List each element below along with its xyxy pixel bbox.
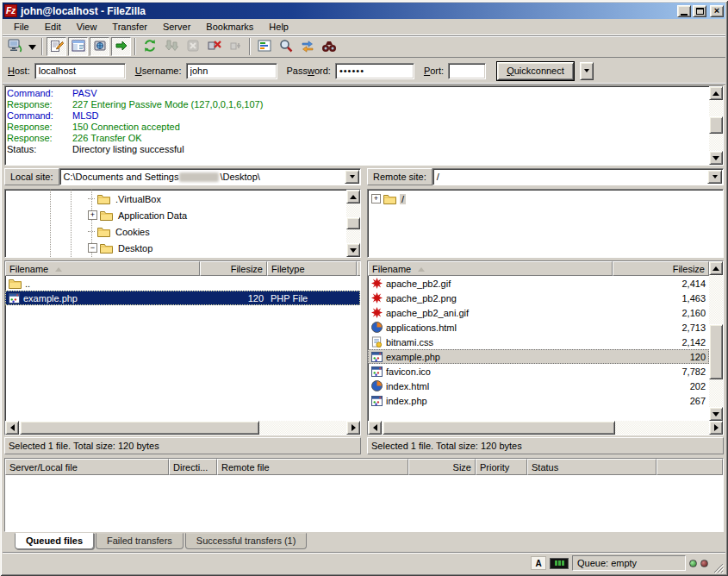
tree-item--[interactable]: +/ — [368, 191, 723, 207]
reconnect-button[interactable] — [226, 37, 246, 56]
queue-column-server-local-file[interactable]: Server/Local file — [5, 459, 169, 475]
remote-site-combo[interactable]: / — [432, 168, 724, 185]
local-site-combo[interactable]: C:\Documents and Settings\Desktop\ — [59, 168, 361, 185]
scroll-left-button[interactable] — [5, 421, 19, 435]
file-row-apache-pb2-png[interactable]: apache_pb2.png1,463 — [368, 291, 709, 305]
queue-column-directi-[interactable]: Directi... — [169, 459, 217, 475]
disconnect-button[interactable] — [204, 37, 224, 56]
local-tree-scrollbar[interactable] — [346, 190, 360, 257]
file-row-index-html[interactable]: index.html202 — [368, 379, 709, 393]
file-row--[interactable]: .. — [5, 276, 360, 291]
toggle-message-log-button[interactable] — [47, 37, 66, 56]
column-header-filesize[interactable]: Filesize — [613, 261, 709, 276]
refresh-button[interactable] — [140, 37, 159, 56]
scroll-left-button[interactable] — [368, 421, 382, 435]
column-header-filetype[interactable]: Filetype — [267, 261, 357, 276]
pane-splitter[interactable] — [361, 166, 367, 454]
queue-column-priority[interactable]: Priority — [476, 459, 527, 475]
scroll-thumb[interactable] — [709, 116, 723, 134]
menu-item-help[interactable]: Help — [261, 20, 296, 34]
resize-grip[interactable] — [712, 561, 724, 573]
queue-column-status[interactable]: Status — [527, 459, 656, 475]
scroll-down-button[interactable] — [709, 407, 723, 421]
scroll-down-button[interactable] — [346, 243, 360, 257]
file-row-apache-pb2-gif[interactable]: apache_pb2.gif2,414 — [368, 276, 709, 291]
scroll-thumb[interactable] — [346, 217, 360, 229]
host-input[interactable] — [34, 63, 126, 79]
expand-icon[interactable]: + — [371, 194, 381, 203]
file-row-favicon-ico[interactable]: favicon.ico7,782 — [368, 364, 709, 379]
menu-item-transfer[interactable]: Transfer — [104, 20, 155, 34]
local-hscrollbar[interactable] — [5, 421, 360, 435]
remote-site-label: Remote site: — [367, 168, 432, 185]
file-row-index-php[interactable]: index.php267 — [368, 393, 709, 408]
tree-item--virtualbox[interactable]: .VirtualBox — [5, 191, 346, 207]
file-row-example-php[interactable]: example.php120PHP File1 — [5, 291, 360, 305]
maximize-button[interactable] — [693, 5, 706, 17]
column-header-filename[interactable]: Filename — [5, 261, 200, 276]
file-size-cell: 1,463 — [613, 291, 709, 305]
remote-hscrollbar[interactable] — [368, 421, 723, 435]
menu-item-bookmarks[interactable]: Bookmarks — [198, 20, 261, 34]
toggle-remote-tree-button[interactable] — [90, 37, 109, 56]
quickconnect-button[interactable]: Quickconnect — [497, 62, 574, 80]
remote-site-dropdown[interactable] — [707, 170, 722, 184]
column-header-filesize[interactable]: Filesize — [200, 261, 267, 276]
tree-item-cookies[interactable]: Cookies — [5, 223, 346, 240]
scroll-thumb[interactable] — [383, 421, 615, 435]
browser-panes: Local site: C:\Documents and Settings\De… — [4, 166, 724, 454]
find-button[interactable] — [319, 37, 339, 56]
menu-item-server[interactable]: Server — [155, 20, 198, 34]
menu-item-file[interactable]: File — [6, 20, 37, 34]
menu-item-edit[interactable]: Edit — [37, 20, 69, 34]
tab-successful-transfers-1-[interactable]: Successful transfers (1) — [185, 533, 308, 549]
local-site-dropdown[interactable] — [345, 170, 359, 184]
tree-item-application-data[interactable]: +Application Data — [5, 207, 346, 223]
toggle-queue-button[interactable] — [111, 37, 131, 56]
menu-item-view[interactable]: View — [69, 20, 105, 34]
cancel-operation-button[interactable] — [183, 37, 202, 56]
file-name-cell: applications.html — [368, 320, 613, 335]
quickconnect-dropdown[interactable] — [580, 62, 594, 80]
transfer-type-icon[interactable]: A — [531, 556, 546, 570]
file-name-cell: apache_pb2_ani.gif — [368, 305, 613, 320]
scroll-up-button[interactable] — [709, 86, 723, 100]
file-row-example-php[interactable]: example.php120 — [368, 349, 709, 364]
username-input[interactable] — [186, 63, 277, 79]
minimize-button[interactable] — [677, 5, 691, 17]
tree-item-desktop[interactable]: −Desktop — [5, 240, 346, 256]
scroll-up-button[interactable] — [346, 190, 360, 203]
tab-queued-files[interactable]: Queued files — [15, 533, 94, 549]
port-input[interactable] — [448, 63, 486, 79]
file-row-applications-html[interactable]: applications.html2,713 — [368, 320, 709, 335]
queue-column-size[interactable]: Size — [408, 459, 476, 475]
sync-browse-button[interactable] — [297, 37, 317, 56]
expand-icon[interactable]: + — [88, 210, 97, 220]
process-queue-button[interactable] — [161, 37, 181, 56]
file-row-apache-pb2-ani-gif[interactable]: apache_pb2_ani.gif2,160 — [368, 305, 709, 320]
close-button[interactable]: × — [710, 5, 724, 17]
local-site-label: Local site: — [4, 168, 59, 185]
site-manager-dropdown[interactable] — [27, 37, 38, 56]
site-manager-button[interactable] — [5, 37, 25, 56]
collapse-icon[interactable]: − — [88, 243, 97, 253]
filter-button[interactable] — [254, 37, 274, 56]
scroll-down-button[interactable] — [709, 151, 723, 165]
log-scrollbar[interactable] — [709, 86, 723, 165]
column-header-label: Filetype — [271, 264, 305, 274]
remote-vscrollbar[interactable] — [709, 261, 723, 421]
file-row-bitnami-css[interactable]: bitnami.css2,142 — [368, 335, 709, 349]
scroll-right-button[interactable] — [709, 421, 723, 435]
scroll-up-button[interactable] — [709, 261, 723, 275]
speed-limit-icon[interactable] — [550, 558, 569, 569]
password-input[interactable] — [335, 63, 414, 79]
column-header-filename[interactable]: Filename — [368, 261, 613, 276]
log-line-label: Response: — [7, 99, 72, 110]
scroll-thumb[interactable] — [709, 324, 723, 379]
scroll-thumb[interactable] — [20, 421, 259, 435]
compare-button[interactable] — [276, 37, 296, 56]
scroll-right-button[interactable] — [346, 421, 360, 435]
tab-failed-transfers[interactable]: Failed transfers — [96, 533, 184, 549]
queue-column-remote-file[interactable]: Remote file — [217, 459, 408, 475]
toggle-local-tree-button[interactable] — [68, 37, 88, 56]
